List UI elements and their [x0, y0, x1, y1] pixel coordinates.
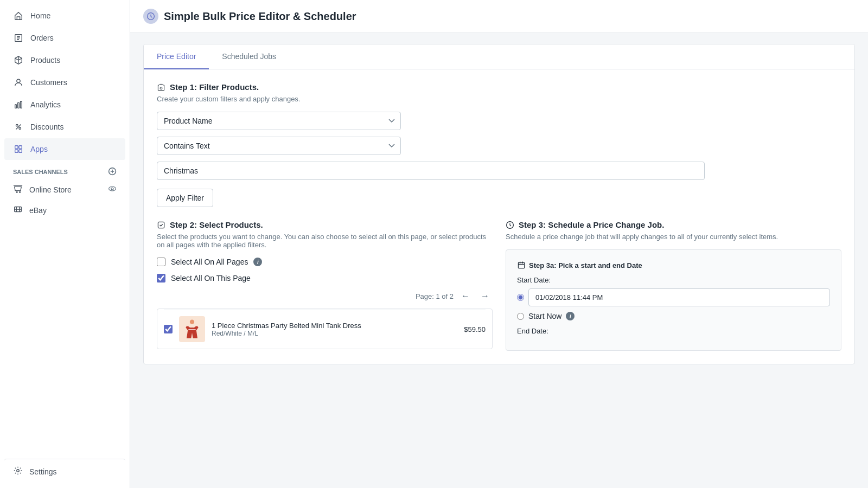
filter-condition-select[interactable]: Contains Text Starts With Ends With Equa…: [157, 137, 401, 155]
sidebar-item-apps[interactable]: Apps: [4, 138, 125, 160]
online-store-label: Online Store: [29, 185, 72, 194]
product-image: [179, 316, 205, 342]
settings-label: Settings: [29, 467, 57, 476]
sidebar-item-analytics[interactable]: Analytics: [4, 94, 125, 115]
sidebar-item-products-label: Products: [30, 56, 60, 65]
next-page-button[interactable]: →: [477, 290, 493, 302]
start-now-radio[interactable]: [517, 313, 524, 320]
select-this-page-label: Select All On This Page: [171, 274, 251, 282]
svg-rect-4: [21, 101, 22, 108]
step3-desc: Schedule a price change job that will ap…: [506, 233, 841, 241]
settings-icon: [13, 466, 23, 477]
start-date-input[interactable]: [528, 288, 830, 306]
step2-title: Step 2: Select Products.: [170, 220, 263, 229]
sidebar-item-home-label: Home: [30, 11, 50, 20]
sidebar-item-customers[interactable]: Customers: [4, 72, 125, 93]
sidebar-item-orders[interactable]: Orders: [4, 27, 125, 49]
home-icon: [13, 10, 24, 21]
add-channel-icon[interactable]: [108, 167, 117, 177]
card-body: Step 1: Filter Products. Create your cus…: [144, 69, 854, 364]
svg-rect-2: [15, 105, 17, 108]
page-title: Simple Bulk Price Editor & Scheduler: [164, 10, 356, 23]
svg-point-15: [111, 188, 113, 190]
select-all-pages-info-icon[interactable]: i: [253, 258, 262, 266]
svg-point-1: [17, 79, 20, 82]
start-date-specific-radio[interactable]: [517, 294, 524, 301]
svg-rect-20: [158, 222, 164, 228]
online-store-icon: [13, 184, 23, 195]
step2-header: Step 2: Select Products.: [157, 220, 493, 229]
start-now-label: Start Now: [528, 312, 561, 320]
start-now-info-icon[interactable]: i: [566, 312, 575, 320]
analytics-icon: [13, 99, 24, 110]
sidebar-item-online-store[interactable]: Online Store: [4, 179, 125, 200]
select-this-page-row: Select All On This Page: [157, 274, 493, 282]
orders-icon: [13, 33, 24, 43]
pagination-text: Page: 1 of 2: [416, 292, 454, 300]
select-all-pages-checkbox[interactable]: [157, 258, 165, 266]
step3-header: Step 3: Schedule a Price Change Job.: [506, 220, 841, 229]
prev-page-button[interactable]: ←: [458, 290, 473, 302]
sidebar-item-customers-label: Customers: [30, 78, 67, 87]
sidebar: Home Orders Products: [0, 0, 130, 488]
sidebar-item-products[interactable]: Products: [4, 49, 125, 71]
start-date-radio-row: [517, 288, 830, 306]
step1-section: Step 1: Filter Products. Create your cus…: [157, 82, 841, 207]
customers-icon: [13, 77, 24, 88]
start-now-radio-row: Start Now i: [517, 312, 830, 320]
app-icon: [143, 9, 158, 24]
steps-2-3-container: Step 2: Select Products. Select the prod…: [157, 220, 841, 351]
svg-point-19: [160, 87, 162, 89]
end-date-label: End Date:: [517, 327, 830, 335]
select-all-pages-label: Select All On All Pages: [171, 258, 248, 266]
svg-rect-8: [19, 146, 22, 149]
select-all-pages-row: Select All On All Pages i: [157, 258, 493, 266]
product-info: 1 Piece Christmas Party Belted Mini Tank…: [212, 322, 457, 337]
apply-filter-button[interactable]: Apply Filter: [157, 189, 213, 207]
sidebar-item-orders-label: Orders: [30, 34, 54, 42]
product-checkbox[interactable]: [164, 325, 173, 333]
svg-point-13: [20, 191, 21, 192]
sidebar-item-ebay[interactable]: eBay: [4, 200, 125, 220]
pagination: Page: 1 of 2 ← →: [157, 290, 493, 302]
product-name: 1 Piece Christmas Party Belted Mini Tank…: [212, 322, 457, 330]
svg-point-6: [19, 127, 21, 130]
filter-field-select[interactable]: Product Name Product Type Vendor Tag: [157, 112, 401, 130]
svg-point-12: [16, 191, 17, 192]
svg-point-14: [109, 187, 116, 191]
svg-rect-24: [518, 262, 524, 268]
eye-icon[interactable]: [108, 184, 117, 195]
select-this-page-checkbox[interactable]: [157, 274, 165, 282]
main-card: Price Editor Scheduled Jobs Step 1: Filt…: [143, 44, 855, 364]
sidebar-item-analytics-label: Analytics: [30, 100, 61, 109]
discounts-icon: [13, 121, 24, 132]
tab-bar: Price Editor Scheduled Jobs: [144, 44, 854, 69]
step3-section: Step 3: Schedule a Price Change Job. Sch…: [506, 220, 841, 351]
step1-title: Step 1: Filter Products.: [170, 82, 259, 92]
table-row: 1 Piece Christmas Party Belted Mini Tank…: [164, 309, 486, 349]
apps-icon: [13, 144, 24, 155]
sidebar-item-settings[interactable]: Settings: [4, 459, 125, 484]
sidebar-item-apps-label: Apps: [30, 145, 48, 153]
step3-title: Step 3: Schedule a Price Change Job.: [519, 220, 664, 229]
step3a-title-row: Step 3a: Pick a start and end Date: [517, 261, 830, 269]
sidebar-item-discounts[interactable]: Discounts: [4, 116, 125, 138]
svg-rect-7: [15, 146, 18, 149]
product-price: $59.50: [464, 325, 486, 333]
step1-desc: Create your custom filters and apply cha…: [157, 95, 841, 103]
svg-rect-9: [15, 150, 18, 152]
svg-rect-3: [18, 102, 20, 108]
step2-desc: Select the products you want to change. …: [157, 233, 493, 249]
filter-value-input[interactable]: [157, 162, 705, 180]
ebay-label: eBay: [29, 206, 47, 215]
sidebar-item-discounts-label: Discounts: [30, 123, 63, 131]
svg-point-5: [16, 125, 18, 127]
sales-channels-label: SALES CHANNELS: [13, 169, 68, 175]
products-icon: [13, 55, 24, 66]
svg-point-17: [17, 470, 20, 472]
tab-scheduled-jobs[interactable]: Scheduled Jobs: [209, 44, 289, 69]
sidebar-item-home[interactable]: Home: [4, 5, 125, 27]
step2-section: Step 2: Select Products. Select the prod…: [157, 220, 493, 351]
svg-rect-10: [19, 150, 22, 152]
tab-price-editor[interactable]: Price Editor: [144, 44, 209, 69]
